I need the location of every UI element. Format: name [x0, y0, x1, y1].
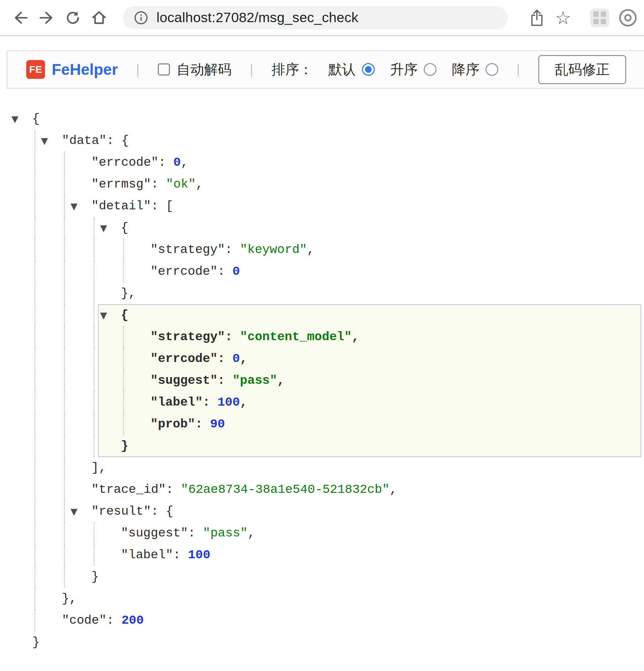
- json-token-punct: :: [173, 548, 188, 562]
- collapse-toggle-icon[interactable]: ▼: [41, 130, 48, 152]
- json-token-punct: }: [121, 439, 128, 453]
- json-token-str: "62ae8734-38a1e540-521832cb": [181, 482, 389, 496]
- json-line: "errcode": 0,: [0, 152, 644, 174]
- json-token-punct: {: [32, 112, 40, 126]
- json-line: "prob": 90: [0, 413, 644, 435]
- json-token-num: 200: [122, 613, 144, 628]
- json-line: }: [0, 435, 644, 457]
- share-icon: [529, 9, 545, 26]
- json-token-punct: :: [195, 417, 210, 431]
- back-button[interactable]: [8, 5, 34, 31]
- url-text[interactable]: localhost:27082/msg_sec_check: [157, 10, 358, 25]
- json-token-str: "content_model": [240, 330, 351, 344]
- json-token-key: "code": [62, 613, 107, 628]
- radio-button-selected[interactable]: [362, 63, 375, 76]
- json-line: "errmsg": "ok",: [0, 174, 644, 195]
- forward-button[interactable]: [34, 5, 60, 31]
- json-token-key: "data": [62, 134, 107, 148]
- json-token-punct: }: [91, 570, 99, 584]
- json-token-punct: {: [121, 308, 128, 322]
- json-token-punct: :: [107, 613, 121, 628]
- json-token-str: "pass": [232, 374, 277, 388]
- sort-option[interactable]: 降序: [452, 60, 498, 79]
- json-token-punct: },: [121, 286, 136, 300]
- json-line: "errcode": 0: [0, 261, 644, 282]
- sort-option-label: 降序: [452, 60, 480, 79]
- json-token-num: 100: [188, 548, 211, 562]
- reload-icon: [64, 9, 81, 26]
- json-line: }: [0, 566, 644, 588]
- collapse-toggle-icon[interactable]: ▼: [11, 108, 18, 130]
- json-line: }: [0, 631, 644, 653]
- json-token-num: 0: [232, 264, 240, 278]
- json-token-num: 100: [218, 395, 240, 409]
- avatar-inner-ring: [624, 14, 632, 22]
- bookmark-star-button[interactable]: ☆: [550, 5, 576, 31]
- address-bar[interactable]: localhost:27082/msg_sec_check: [123, 7, 508, 29]
- json-line: "code": 200: [0, 610, 644, 631]
- json-token-punct: :: [225, 243, 240, 257]
- json-line: "errcode": 0,: [0, 348, 644, 370]
- home-button[interactable]: [86, 5, 112, 31]
- site-info-icon[interactable]: [134, 10, 148, 25]
- collapse-toggle-icon[interactable]: ▼: [100, 304, 107, 326]
- json-token-punct: : {: [151, 504, 174, 518]
- garbled-fix-button[interactable]: 乱码修正: [538, 55, 626, 84]
- json-token-key: "trace_id": [91, 482, 166, 496]
- json-token-punct: ,: [181, 155, 188, 169]
- json-token-punct: :: [218, 264, 232, 278]
- json-token-punct: ,: [277, 374, 285, 388]
- collapse-toggle-icon[interactable]: ▼: [100, 217, 107, 239]
- reload-button[interactable]: [60, 5, 86, 31]
- auto-decode-option[interactable]: 自动解码: [158, 60, 232, 79]
- json-token-num: 0: [232, 352, 240, 366]
- json-line: "suggest": "pass",: [0, 370, 644, 392]
- json-token-punct: ,: [352, 330, 359, 344]
- extension-glyph-dot: [593, 11, 599, 17]
- json-token-str: "keyword": [240, 243, 307, 257]
- auto-decode-label: 自动解码: [177, 60, 232, 79]
- json-line: "strategy": "content_model",: [0, 326, 644, 348]
- json-token-key: "strategy": [150, 330, 225, 344]
- auto-decode-checkbox[interactable]: [158, 63, 170, 75]
- profile-avatar-icon[interactable]: [619, 9, 636, 26]
- json-token-punct: }: [32, 635, 40, 649]
- sort-option-label: 升序: [390, 60, 418, 79]
- json-token-key: "suggest": [121, 526, 188, 540]
- extension-icon[interactable]: [590, 8, 609, 27]
- share-button[interactable]: [524, 5, 550, 31]
- json-token-punct: ,: [389, 482, 397, 496]
- fehelper-title: FeHelper: [52, 60, 118, 78]
- json-tree: ▼{▼"data": {"errcode": 0,"errmsg": "ok",…: [0, 89, 644, 653]
- separator: |: [136, 61, 140, 77]
- radio-button[interactable]: [424, 63, 436, 76]
- json-token-punct: {: [121, 221, 128, 235]
- json-token-key: "errcode": [91, 155, 159, 169]
- json-line: "strategy": "keyword",: [0, 239, 644, 261]
- json-token-key: "errcode": [150, 264, 218, 278]
- json-token-punct: :: [151, 177, 166, 191]
- json-token-punct: :: [166, 482, 181, 496]
- json-token-punct: ,: [240, 395, 247, 409]
- sort-option[interactable]: 默认: [329, 60, 375, 79]
- json-token-punct: :: [188, 526, 203, 540]
- json-token-str: "ok": [166, 177, 196, 191]
- json-token-num: 90: [210, 417, 225, 431]
- json-line: "label": 100,: [0, 392, 644, 413]
- json-line: ▼{: [0, 217, 644, 239]
- collapse-toggle-icon[interactable]: ▼: [71, 195, 77, 217]
- fehelper-logo-icon: FE: [26, 60, 45, 79]
- fehelper-toolbar: FE FeHelper | 自动解码 | 排序： 默认升序降序 | 乱码修正 |: [7, 50, 644, 89]
- json-token-punct: :: [202, 395, 217, 409]
- collapse-toggle-icon[interactable]: ▼: [71, 501, 77, 522]
- json-token-str: "pass": [203, 526, 247, 540]
- json-line: "trace_id": "62ae8734-38a1e540-521832cb"…: [0, 479, 644, 501]
- sort-option[interactable]: 升序: [390, 60, 436, 79]
- json-token-key: "errmsg": [91, 177, 151, 191]
- star-icon: ☆: [555, 9, 571, 27]
- sort-group: 排序： 默认升序降序: [272, 60, 498, 79]
- radio-button[interactable]: [485, 63, 498, 76]
- separator: |: [250, 61, 253, 77]
- json-token-key: "label": [121, 548, 173, 562]
- json-token-punct: : {: [107, 134, 129, 148]
